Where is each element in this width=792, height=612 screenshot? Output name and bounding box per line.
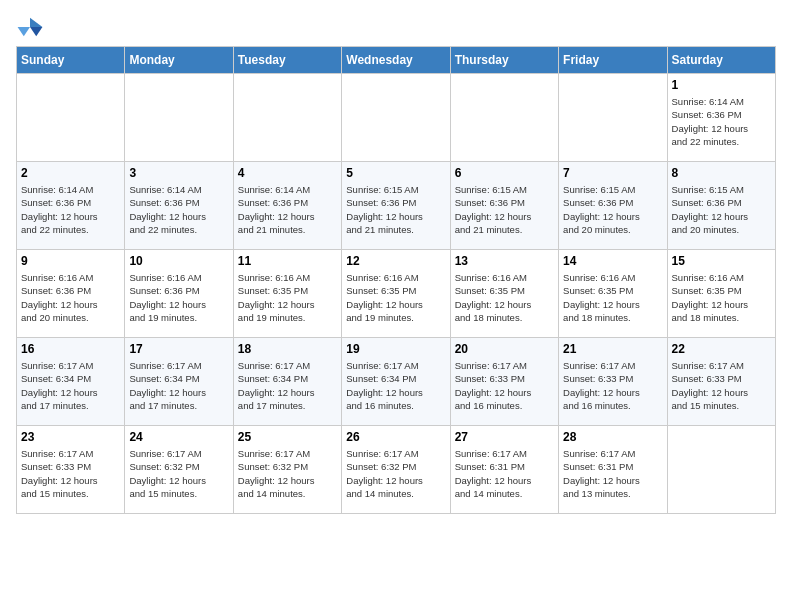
day-info: Sunrise: 6:14 AM Sunset: 6:36 PM Dayligh… (21, 183, 120, 236)
day-header-monday: Monday (125, 47, 233, 74)
calendar-cell: 11Sunrise: 6:16 AM Sunset: 6:35 PM Dayli… (233, 250, 341, 338)
day-number: 24 (129, 430, 228, 444)
calendar-cell: 17Sunrise: 6:17 AM Sunset: 6:34 PM Dayli… (125, 338, 233, 426)
calendar-cell: 1Sunrise: 6:14 AM Sunset: 6:36 PM Daylig… (667, 74, 775, 162)
day-info: Sunrise: 6:16 AM Sunset: 6:36 PM Dayligh… (129, 271, 228, 324)
day-info: Sunrise: 6:17 AM Sunset: 6:34 PM Dayligh… (238, 359, 337, 412)
calendar-cell: 5Sunrise: 6:15 AM Sunset: 6:36 PM Daylig… (342, 162, 450, 250)
calendar-cell: 14Sunrise: 6:16 AM Sunset: 6:35 PM Dayli… (559, 250, 667, 338)
svg-marker-0 (30, 18, 42, 27)
logo (16, 16, 48, 38)
calendar-cell: 27Sunrise: 6:17 AM Sunset: 6:31 PM Dayli… (450, 426, 558, 514)
day-info: Sunrise: 6:17 AM Sunset: 6:32 PM Dayligh… (346, 447, 445, 500)
day-number: 15 (672, 254, 771, 268)
day-number: 28 (563, 430, 662, 444)
day-header-wednesday: Wednesday (342, 47, 450, 74)
day-number: 13 (455, 254, 554, 268)
calendar-cell: 3Sunrise: 6:14 AM Sunset: 6:36 PM Daylig… (125, 162, 233, 250)
svg-marker-2 (18, 27, 30, 36)
day-number: 4 (238, 166, 337, 180)
day-info: Sunrise: 6:16 AM Sunset: 6:35 PM Dayligh… (563, 271, 662, 324)
calendar-cell: 26Sunrise: 6:17 AM Sunset: 6:32 PM Dayli… (342, 426, 450, 514)
day-info: Sunrise: 6:17 AM Sunset: 6:33 PM Dayligh… (563, 359, 662, 412)
day-number: 10 (129, 254, 228, 268)
calendar-cell: 22Sunrise: 6:17 AM Sunset: 6:33 PM Dayli… (667, 338, 775, 426)
day-info: Sunrise: 6:17 AM Sunset: 6:33 PM Dayligh… (672, 359, 771, 412)
day-header-saturday: Saturday (667, 47, 775, 74)
day-number: 26 (346, 430, 445, 444)
day-info: Sunrise: 6:16 AM Sunset: 6:36 PM Dayligh… (21, 271, 120, 324)
day-number: 21 (563, 342, 662, 356)
day-number: 17 (129, 342, 228, 356)
day-info: Sunrise: 6:17 AM Sunset: 6:32 PM Dayligh… (129, 447, 228, 500)
day-info: Sunrise: 6:17 AM Sunset: 6:34 PM Dayligh… (129, 359, 228, 412)
calendar-cell (342, 74, 450, 162)
day-info: Sunrise: 6:15 AM Sunset: 6:36 PM Dayligh… (672, 183, 771, 236)
calendar-cell: 18Sunrise: 6:17 AM Sunset: 6:34 PM Dayli… (233, 338, 341, 426)
calendar-cell (233, 74, 341, 162)
calendar-cell: 2Sunrise: 6:14 AM Sunset: 6:36 PM Daylig… (17, 162, 125, 250)
day-info: Sunrise: 6:14 AM Sunset: 6:36 PM Dayligh… (129, 183, 228, 236)
day-header-sunday: Sunday (17, 47, 125, 74)
page-header (16, 16, 776, 38)
calendar-cell (667, 426, 775, 514)
calendar-cell: 21Sunrise: 6:17 AM Sunset: 6:33 PM Dayli… (559, 338, 667, 426)
day-header-friday: Friday (559, 47, 667, 74)
calendar-cell: 19Sunrise: 6:17 AM Sunset: 6:34 PM Dayli… (342, 338, 450, 426)
day-info: Sunrise: 6:15 AM Sunset: 6:36 PM Dayligh… (346, 183, 445, 236)
day-number: 20 (455, 342, 554, 356)
day-info: Sunrise: 6:17 AM Sunset: 6:33 PM Dayligh… (455, 359, 554, 412)
week-row-5: 23Sunrise: 6:17 AM Sunset: 6:33 PM Dayli… (17, 426, 776, 514)
calendar-cell: 10Sunrise: 6:16 AM Sunset: 6:36 PM Dayli… (125, 250, 233, 338)
calendar-cell: 15Sunrise: 6:16 AM Sunset: 6:35 PM Dayli… (667, 250, 775, 338)
day-number: 1 (672, 78, 771, 92)
calendar-cell (17, 74, 125, 162)
day-info: Sunrise: 6:14 AM Sunset: 6:36 PM Dayligh… (672, 95, 771, 148)
calendar-table: SundayMondayTuesdayWednesdayThursdayFrid… (16, 46, 776, 514)
day-header-thursday: Thursday (450, 47, 558, 74)
calendar-cell: 6Sunrise: 6:15 AM Sunset: 6:36 PM Daylig… (450, 162, 558, 250)
day-info: Sunrise: 6:17 AM Sunset: 6:31 PM Dayligh… (563, 447, 662, 500)
calendar-cell: 7Sunrise: 6:15 AM Sunset: 6:36 PM Daylig… (559, 162, 667, 250)
day-number: 23 (21, 430, 120, 444)
day-info: Sunrise: 6:15 AM Sunset: 6:36 PM Dayligh… (563, 183, 662, 236)
day-number: 8 (672, 166, 771, 180)
day-number: 7 (563, 166, 662, 180)
calendar-cell: 4Sunrise: 6:14 AM Sunset: 6:36 PM Daylig… (233, 162, 341, 250)
day-number: 25 (238, 430, 337, 444)
day-number: 14 (563, 254, 662, 268)
day-info: Sunrise: 6:15 AM Sunset: 6:36 PM Dayligh… (455, 183, 554, 236)
calendar-cell: 23Sunrise: 6:17 AM Sunset: 6:33 PM Dayli… (17, 426, 125, 514)
logo-icon (16, 16, 44, 38)
week-row-1: 1Sunrise: 6:14 AM Sunset: 6:36 PM Daylig… (17, 74, 776, 162)
day-info: Sunrise: 6:16 AM Sunset: 6:35 PM Dayligh… (672, 271, 771, 324)
calendar-cell: 25Sunrise: 6:17 AM Sunset: 6:32 PM Dayli… (233, 426, 341, 514)
calendar-cell (125, 74, 233, 162)
calendar-cell: 20Sunrise: 6:17 AM Sunset: 6:33 PM Dayli… (450, 338, 558, 426)
day-info: Sunrise: 6:17 AM Sunset: 6:34 PM Dayligh… (346, 359, 445, 412)
day-number: 9 (21, 254, 120, 268)
day-number: 22 (672, 342, 771, 356)
day-info: Sunrise: 6:17 AM Sunset: 6:33 PM Dayligh… (21, 447, 120, 500)
days-header-row: SundayMondayTuesdayWednesdayThursdayFrid… (17, 47, 776, 74)
day-number: 12 (346, 254, 445, 268)
calendar-cell: 12Sunrise: 6:16 AM Sunset: 6:35 PM Dayli… (342, 250, 450, 338)
week-row-4: 16Sunrise: 6:17 AM Sunset: 6:34 PM Dayli… (17, 338, 776, 426)
day-number: 11 (238, 254, 337, 268)
day-info: Sunrise: 6:14 AM Sunset: 6:36 PM Dayligh… (238, 183, 337, 236)
day-number: 2 (21, 166, 120, 180)
day-number: 16 (21, 342, 120, 356)
day-number: 3 (129, 166, 228, 180)
day-number: 6 (455, 166, 554, 180)
calendar-cell: 13Sunrise: 6:16 AM Sunset: 6:35 PM Dayli… (450, 250, 558, 338)
week-row-2: 2Sunrise: 6:14 AM Sunset: 6:36 PM Daylig… (17, 162, 776, 250)
day-header-tuesday: Tuesday (233, 47, 341, 74)
calendar-cell (450, 74, 558, 162)
calendar-cell (559, 74, 667, 162)
day-number: 19 (346, 342, 445, 356)
svg-marker-1 (30, 27, 42, 36)
day-number: 27 (455, 430, 554, 444)
week-row-3: 9Sunrise: 6:16 AM Sunset: 6:36 PM Daylig… (17, 250, 776, 338)
day-info: Sunrise: 6:16 AM Sunset: 6:35 PM Dayligh… (346, 271, 445, 324)
calendar-cell: 28Sunrise: 6:17 AM Sunset: 6:31 PM Dayli… (559, 426, 667, 514)
